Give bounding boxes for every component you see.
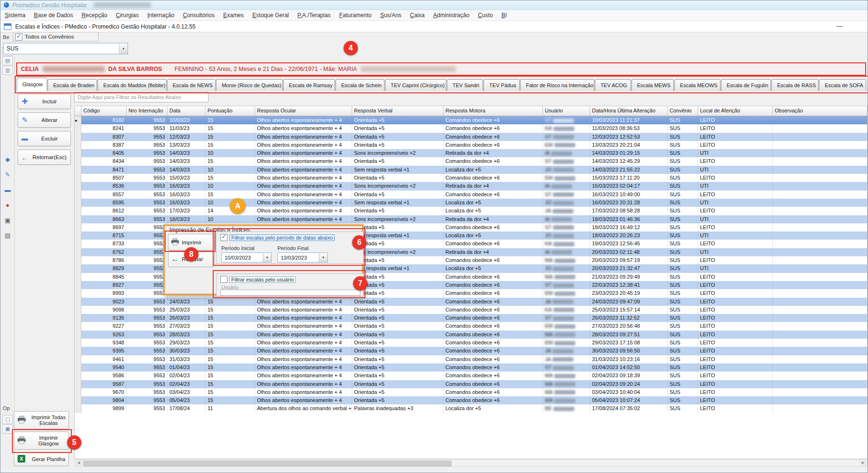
minus-icon[interactable]: ▬ [3, 186, 12, 194]
dropdown-arrow-icon[interactable] [263, 253, 271, 262]
imprimir-glasgow-button[interactable]: Imprimir Glasgow [14, 432, 69, 450]
column-header-codigo[interactable]: Código [81, 106, 127, 116]
menu-item-bi[interactable]: BI [497, 10, 511, 21]
scrollbar-thumb[interactable] [83, 461, 452, 466]
menu-item-faturamento[interactable]: Faturamento [335, 10, 376, 21]
menu-item-p-a-terapias[interactable]: P.A./Terapias [293, 10, 335, 21]
table-row-8405[interactable]: 8405955314/03/2310Olhos abertos espontan… [75, 149, 867, 157]
menu-item-custo[interactable]: Custo [473, 10, 497, 21]
tab-escala-do-maddox-flebite[interactable]: Escala do Maddox (flebite) [98, 79, 167, 91]
table-row-9899[interactable]: 9899955317/08/2411Abertura dos olhos ao … [75, 404, 867, 413]
table-row-8612[interactable]: 8612955317/03/2314Olhos abertos espontan… [75, 207, 867, 215]
table-row-8507[interactable]: 8507955315/03/2315Olhos abertos espontan… [75, 174, 867, 182]
column-header-data[interactable]: Data [168, 106, 206, 116]
table-row-9587[interactable]: 9587955302/04/2315Olhos abertos espontan… [75, 380, 867, 388]
gerar-planilha-button[interactable]: X Gerar Planilha [14, 452, 69, 466]
tab-escala-mews[interactable]: Escala MEWS [631, 79, 674, 91]
menu-item-exames[interactable]: Exames [219, 10, 248, 21]
table-row-9461[interactable]: 9461955331/03/2315Olhos abertos espontan… [75, 355, 867, 363]
tab-escala-de-rass[interactable]: Escala de RASS [771, 79, 819, 91]
tab-escala-meows[interactable]: Escala MEOWS [674, 79, 720, 91]
menu-item-recepcao[interactable]: Recepção [77, 10, 111, 21]
menu-item-sistema[interactable]: Sistema [0, 10, 30, 21]
table-row-8182[interactable]: 8182955310/03/2315Olhos abertos espontan… [75, 116, 867, 124]
table-row-8434[interactable]: 8434955314/03/2315Olhos abertos espontan… [75, 157, 867, 165]
minimize-button[interactable]: — [831, 21, 848, 32]
period-filter-checkbox[interactable] [220, 234, 227, 241]
menu-item-administracao[interactable]: Administração [429, 10, 473, 21]
menu-item-sus-ans[interactable]: Sus/Ans [376, 10, 406, 21]
tab-escala-de-schein[interactable]: Escala de Schein [335, 79, 385, 91]
scroll-right-icon[interactable]: ► [859, 460, 867, 466]
menu-item-estoque-geral[interactable]: Estoque Geral [248, 10, 293, 21]
menu-item-consultorios[interactable]: Consultórios [178, 10, 219, 21]
retornar-button[interactable]: ← Retornar(Esc) [18, 150, 71, 165]
imprimir-todas-escalas-button[interactable]: Imprimir Todas Escalas [14, 411, 69, 429]
tab-tev-acog[interactable]: TEV ACOG [595, 79, 631, 91]
todos-convenios-checkbox[interactable] [15, 33, 22, 40]
table-icon[interactable]: ▤ [2, 56, 13, 65]
menu-item-base-de-dados[interactable]: Base de Dados [30, 10, 77, 21]
record-icon[interactable]: ● [3, 201, 12, 210]
column-header-usuario[interactable]: Usuário [543, 106, 590, 116]
table-row-9804[interactable]: 9804955305/04/2315Olhos abertos espontan… [75, 396, 867, 404]
tab-glasgow[interactable]: Glasgow [17, 78, 47, 91]
table-row-9135[interactable]: 9135955326/03/2315Olhos abertos espontan… [75, 314, 867, 322]
column-header-pont[interactable]: Pontuação [206, 106, 255, 116]
dropdown-arrow-icon[interactable] [119, 43, 128, 54]
table-row-9023[interactable]: 9023955324/03/2315Olhos abertos espontan… [75, 298, 867, 306]
menu-item-caixa[interactable]: Caixa [406, 10, 429, 21]
column-header-nro[interactable]: Nro Internação [127, 106, 168, 116]
pencil-icon[interactable]: ✎ [3, 171, 12, 179]
periodo-inicial-datepicker[interactable]: 10/03/2023 [221, 252, 272, 262]
menu-item-cirurgias[interactable]: Cirurgias [111, 10, 143, 21]
table-row-8307[interactable]: 8307955312/03/2315Olhos abertos espontan… [75, 133, 867, 141]
table-row-9263[interactable]: 9263955328/03/2315Olhos abertos espontan… [75, 331, 867, 339]
periodo-final-datepicker[interactable]: 13/03/2023 [277, 252, 328, 262]
table-row-8387[interactable]: 8387955313/03/2315Olhos abertos espontan… [75, 141, 867, 149]
table-row-8557[interactable]: 8557955316/03/2315Olhos abertos espontan… [75, 191, 867, 199]
table-row-8471[interactable]: 8471955314/03/2310Olhos abertos espontan… [75, 166, 867, 174]
convenio-select[interactable]: SUS [3, 43, 128, 54]
tab-escala-de-news[interactable]: Escala de NEWS [167, 79, 216, 91]
table-row-9098[interactable]: 9098955325/03/2315Olhos abertos espontan… [75, 306, 867, 314]
table-row-9586[interactable]: 9586955302/04/2315Olhos abertos espontan… [75, 372, 867, 380]
diamond-icon[interactable]: ◆ [3, 155, 12, 164]
column-header-obs[interactable]: Observação [773, 106, 868, 116]
usuario-input[interactable] [220, 290, 360, 296]
tool-icon-2[interactable]: ▣ [2, 424, 13, 433]
table-row-8595[interactable]: 8595955316/03/2310Olhos abertos espontan… [75, 199, 867, 207]
cabinet-icon[interactable]: ▤ [3, 231, 12, 240]
column-header-conv[interactable]: Convênio [668, 106, 698, 116]
printer-small-icon[interactable]: ▣ [3, 216, 12, 225]
table-row-9348[interactable]: 9348955329/03/2315Olhos abertos espontan… [75, 339, 867, 347]
tab-tev-sandri[interactable]: TEV Sandri [447, 79, 483, 91]
tab-morse-risco-de-quedas[interactable]: Morse (Risco de Quedas) [216, 79, 283, 91]
table-row-8663[interactable]: 8663955318/03/2310Olhos abertos espontan… [75, 215, 867, 223]
tab-fator-de-risco-na-internacao[interactable]: Fator de Risco na Internação [520, 79, 594, 91]
horizontal-scrollbar[interactable]: ◄ ► [74, 459, 868, 467]
table-row-9227[interactable]: 9227955327/03/2315Olhos abertos espontan… [75, 322, 867, 330]
dropdown-arrow-icon[interactable] [319, 253, 327, 262]
table-row-9540[interactable]: 9540955301/04/2315Olhos abertos espontan… [75, 363, 867, 372]
tab-escala-de-ramsay[interactable]: Escala de Ramsay [283, 79, 335, 91]
column-header-motora[interactable]: Resposta Motora [444, 106, 543, 116]
tab-escala-de-fugulin[interactable]: Escala de Fugulin [721, 79, 771, 91]
scroll-left-icon[interactable]: ◄ [75, 460, 82, 466]
column-header-ind[interactable] [75, 106, 81, 116]
tab-tev-caprini-cirurgico[interactable]: TEV Caprini (Cirúrgico) [385, 79, 446, 91]
tab-tev-padua[interactable]: TEV Pádua [483, 79, 520, 91]
user-filter-checkbox[interactable] [220, 276, 227, 283]
incluir-button[interactable]: ✚ Incluir [18, 94, 71, 109]
alterar-button[interactable]: ✎ Alterar [18, 112, 71, 128]
table-row-9395[interactable]: 9395955330/03/2315Olhos abertos espontan… [75, 347, 867, 355]
column-header-datahora[interactable]: Data/Hora Última Alteração [590, 106, 668, 116]
excluir-button[interactable]: Excluir [18, 131, 71, 146]
results-filter-input[interactable] [74, 92, 208, 102]
table-row-9670[interactable]: 9670955303/04/2315Olhos abertos espontan… [75, 388, 867, 396]
sheet-icon[interactable]: ▥ [2, 66, 13, 75]
column-header-verbal[interactable]: Resposta Verbal [352, 106, 444, 116]
menu-item-internacao[interactable]: Internação [143, 10, 179, 21]
period-filter-label[interactable]: Filtrar escalas pelo período de datas ab… [229, 234, 335, 241]
column-header-local[interactable]: Local de Aferição [698, 106, 773, 116]
